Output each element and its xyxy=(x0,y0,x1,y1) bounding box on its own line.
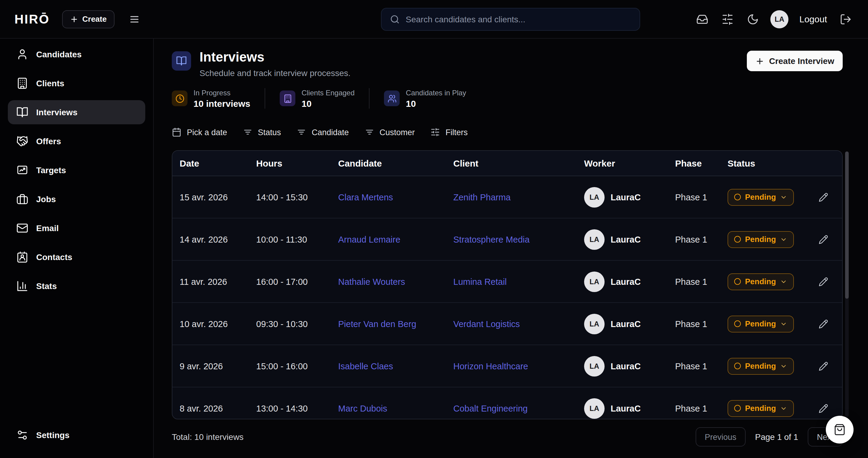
column-header-candidate: Candidate xyxy=(331,158,446,168)
edit-interview-button[interactable] xyxy=(815,273,832,290)
edit-interview-button[interactable] xyxy=(815,189,832,205)
page-subtitle: Schedule and track interview processes. xyxy=(199,68,350,78)
sidebar-item-candidates[interactable]: Candidates xyxy=(8,42,145,66)
pencil-icon xyxy=(818,319,828,328)
building-icon xyxy=(16,77,28,89)
inbox-icon[interactable] xyxy=(692,9,712,29)
create-interview-label: Create Interview xyxy=(769,56,834,66)
sidebar-item-offers[interactable]: Offers xyxy=(8,129,145,153)
candidate-filter-button[interactable]: Candidate xyxy=(297,127,349,137)
sidebar-item-interviews[interactable]: Interviews xyxy=(8,100,145,124)
interview-hours: 10:00 - 11:30 xyxy=(249,234,331,244)
bar-chart-icon xyxy=(16,280,28,292)
user-icon xyxy=(16,48,28,60)
interview-date: 10 avr. 2026 xyxy=(173,319,249,328)
topbar-left: HIRŌ Create xyxy=(0,10,154,28)
logout-icon[interactable] xyxy=(835,9,856,29)
edit-interview-button[interactable] xyxy=(815,315,832,332)
pencil-icon xyxy=(818,277,828,286)
filter-icon xyxy=(243,127,253,137)
status-dropdown[interactable]: Pending xyxy=(727,315,794,332)
sliders-icon[interactable] xyxy=(717,9,738,29)
table-row: 10 avr. 2026 09:30 - 10:30 Pieter Van de… xyxy=(173,303,842,345)
client-link[interactable]: Verdant Logistics xyxy=(453,319,520,328)
sidebar-item-stats[interactable]: Stats xyxy=(8,274,145,298)
filters-button[interactable]: Filters xyxy=(430,127,468,137)
status-dropdown[interactable]: Pending xyxy=(727,357,794,374)
worker-avatar: LA xyxy=(584,313,604,334)
worker-cell: LA LauraC xyxy=(577,398,668,419)
filters-label: Filters xyxy=(445,127,468,137)
sidebar-item-label: Targets xyxy=(36,165,66,175)
client-link[interactable]: Stratosphere Media xyxy=(453,234,530,244)
column-header-date: Date xyxy=(173,158,249,168)
edit-interview-button[interactable] xyxy=(815,231,832,248)
sidebar-item-settings[interactable]: Settings xyxy=(8,423,145,447)
stat-value: 10 xyxy=(406,98,466,108)
interview-hours: 15:00 - 16:00 xyxy=(249,361,331,371)
interviews-page-icon xyxy=(172,51,191,70)
page-header: Interviews Schedule and track interview … xyxy=(172,50,843,78)
user-avatar[interactable]: LA xyxy=(770,10,788,28)
candidate-link[interactable]: Arnaud Lemaire xyxy=(338,234,400,244)
stat-divider xyxy=(265,88,265,109)
sidebar-item-email[interactable]: Email xyxy=(8,216,145,240)
edit-interview-button[interactable] xyxy=(815,400,832,417)
customer-filter-button[interactable]: Customer xyxy=(364,127,415,137)
worker-name: LauraC xyxy=(611,319,641,328)
worker-avatar: LA xyxy=(584,398,604,419)
mail-icon xyxy=(16,222,28,234)
users-icon xyxy=(384,90,400,106)
interview-hours: 14:00 - 15:30 xyxy=(249,192,331,202)
sidebar-item-targets[interactable]: Targets xyxy=(8,158,145,182)
status-dropdown[interactable]: Pending xyxy=(727,231,794,248)
status-cell: Pending xyxy=(720,273,797,290)
column-header-hours: Hours xyxy=(249,158,331,168)
stat-value: 10 xyxy=(301,98,354,108)
client-link[interactable]: Cobalt Engineering xyxy=(453,403,528,413)
client-link[interactable]: Horizon Healthcare xyxy=(453,361,528,371)
chevron-down-icon xyxy=(780,278,787,285)
interview-date: 9 avr. 2026 xyxy=(173,361,249,371)
sidebar-item-clients[interactable]: Clients xyxy=(8,71,145,95)
search-input[interactable] xyxy=(406,15,631,24)
status-filter-button[interactable]: Status xyxy=(243,127,281,137)
interview-date: 11 avr. 2026 xyxy=(173,277,249,286)
client-link[interactable]: Lumina Retail xyxy=(453,277,507,286)
logout-label[interactable]: Logout xyxy=(799,14,827,24)
column-header-worker: Worker xyxy=(577,158,668,168)
pick-date-button[interactable]: Pick a date xyxy=(172,127,227,137)
sidebar-item-jobs[interactable]: Jobs xyxy=(8,187,145,211)
table-scrollbar-track[interactable] xyxy=(845,151,849,417)
global-search[interactable] xyxy=(381,8,640,31)
dark-mode-moon-icon[interactable] xyxy=(743,9,763,29)
total-count: Total: 10 interviews xyxy=(172,432,244,442)
cart-fab-button[interactable] xyxy=(826,416,854,443)
status-dropdown[interactable]: Pending xyxy=(727,189,794,205)
client-link[interactable]: Zenith Pharma xyxy=(453,192,510,202)
status-cell: Pending xyxy=(720,357,797,374)
candidate-link[interactable]: Nathalie Wouters xyxy=(338,277,405,286)
sidebar-item-label: Interviews xyxy=(36,107,78,117)
table-scrollbar-thumb[interactable] xyxy=(845,151,849,299)
status-dropdown[interactable]: Pending xyxy=(727,273,794,290)
app-root: HIRŌ Create xyxy=(0,0,868,458)
candidate-link[interactable]: Isabelle Claes xyxy=(338,361,393,371)
create-button[interactable]: Create xyxy=(62,10,115,28)
sidebar-item-contacts[interactable]: Contacts xyxy=(8,245,145,269)
edit-interview-button[interactable] xyxy=(815,357,832,374)
previous-page-button[interactable]: Previous xyxy=(695,427,745,447)
interview-phase: Phase 1 xyxy=(668,277,720,286)
status-circle-icon xyxy=(734,278,741,285)
candidate-link[interactable]: Clara Mertens xyxy=(338,192,393,202)
candidate-link[interactable]: Pieter Van den Berg xyxy=(338,319,416,328)
status-circle-icon xyxy=(734,320,741,327)
worker-cell: LA LauraC xyxy=(577,271,668,292)
status-circle-icon xyxy=(734,236,741,242)
actions-cell xyxy=(797,357,842,374)
menu-icon[interactable] xyxy=(127,11,142,27)
candidate-link[interactable]: Marc Dubois xyxy=(338,403,387,413)
table-row: 14 avr. 2026 10:00 - 11:30 Arnaud Lemair… xyxy=(173,219,842,261)
create-interview-button[interactable]: Create Interview xyxy=(747,51,843,71)
status-dropdown[interactable]: Pending xyxy=(727,400,794,417)
